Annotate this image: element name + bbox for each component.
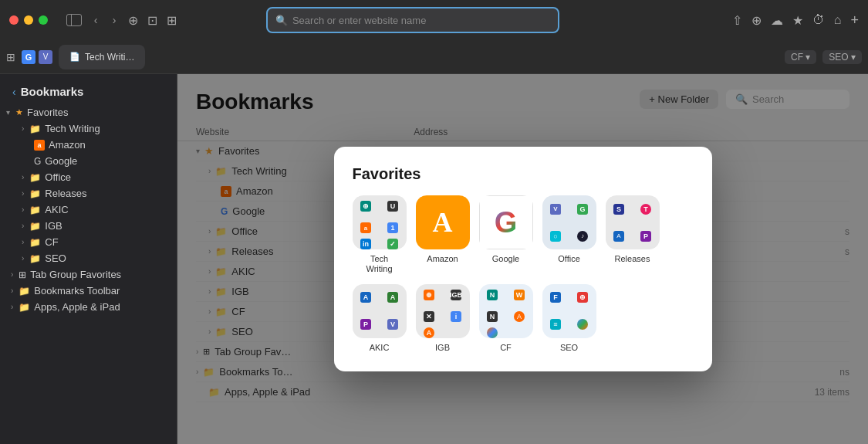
new-tab-button[interactable]: + (850, 12, 859, 29)
sidebar-item-igb[interactable]: › 📁 IGB (0, 218, 177, 234)
sidebar-item-label: Tech Writing (45, 123, 100, 134)
sidebar-back-button[interactable]: ‹ (12, 86, 16, 98)
mini-icon: A (387, 292, 398, 303)
icon-cell: A (606, 222, 633, 249)
sidebar-item-label: SEO (45, 253, 66, 264)
reader-icon[interactable]: ⊡ (147, 13, 157, 28)
fav-item-releases[interactable]: S T A P (606, 195, 660, 274)
sidebar-item-cf[interactable]: › 📁 CF (0, 234, 177, 250)
icon-cell: IGB (443, 284, 470, 306)
fav-icon-amazon: A (416, 195, 470, 249)
sidebar-item-favorites[interactable]: ▾ ★ Favorites (0, 104, 177, 120)
bookmark-icon[interactable]: ⊕ (128, 13, 138, 28)
fav-label: Amazon (427, 254, 458, 264)
url-search-bar[interactable]: 🔍 (266, 7, 559, 33)
icon-cell: A (506, 306, 533, 327)
icon-cell: ✕ (416, 306, 443, 327)
fav-item-cf[interactable]: N W N A (479, 284, 533, 353)
fav-label: SEO (560, 343, 578, 353)
sidebar-item-tab-group-favorites[interactable]: › ⊞ Tab Group Favorites (0, 266, 177, 283)
search-input[interactable] (292, 15, 550, 26)
mini-icon: ⊕ (424, 290, 434, 300)
amazon-bg: A (416, 195, 470, 249)
fav-item-igb[interactable]: ⊕ IGB ✕ i (416, 284, 470, 353)
sidebar-item-releases[interactable]: › 📁 Releases (0, 185, 177, 202)
mini-icon: ○ (550, 231, 561, 242)
fav-icon-google: G (479, 195, 533, 249)
mini-icon: W (514, 290, 525, 300)
icon-cell: U (380, 195, 407, 217)
sidebar-item-amazon[interactable]: a Amazon (0, 137, 177, 153)
sidebar-item-label: Favorites (27, 107, 68, 118)
google-favicon[interactable]: G (22, 50, 35, 64)
icon-cell: ○ (542, 222, 569, 249)
sidebar-item-label: Apps, Apple & iPad (34, 301, 120, 313)
mini-icon: IGB (451, 290, 461, 300)
mini-icon: U (387, 201, 398, 212)
google-bg: G (479, 195, 533, 249)
mini-icon: G (577, 204, 588, 215)
tab-grid-icon[interactable]: ⊞ (6, 51, 15, 63)
fav-item-amazon[interactable]: A Amazon (416, 195, 470, 274)
sidebar-item-apps[interactable]: › 📁 Apps, Apple & iPad (0, 299, 177, 315)
google-icon: G (34, 156, 41, 167)
icon-cell: S (606, 195, 633, 222)
sidebar-toggle-icon[interactable] (66, 14, 82, 26)
forward-button[interactable]: › (106, 12, 122, 28)
sidebar-item-google[interactable]: G Google (0, 153, 177, 169)
fav-icon-akic: A A P V (353, 284, 407, 338)
fav-label: CF (500, 343, 512, 353)
mini-icon: A (514, 311, 525, 322)
amazon-letter: A (433, 206, 453, 239)
cloud-icon[interactable]: ☁ (771, 13, 783, 28)
mini-icon: ⊕ (360, 201, 371, 212)
seo-profile-tag[interactable]: SEO ▾ (822, 50, 862, 64)
fullscreen-button[interactable] (39, 15, 48, 25)
sidebar-item-akic[interactable]: › 📁 AKIC (0, 202, 177, 218)
copy-icon[interactable]: ⊕ (751, 13, 762, 28)
home-icon[interactable]: ⌂ (834, 13, 842, 27)
google-letter: G (495, 206, 518, 239)
active-tab[interactable]: 📄 Tech Writi… (59, 45, 145, 69)
fav-item-seo[interactable]: F ⊕ ≡ (542, 284, 596, 353)
icon-cell: N (479, 306, 506, 327)
folder-icon: 📁 (29, 124, 41, 134)
sidebar-item-tech-writing[interactable]: › 📁 Tech Writing (0, 120, 177, 137)
chevron-right-icon: › (22, 124, 24, 133)
icon-cell: ✓ (380, 239, 407, 249)
fav-item-akic[interactable]: A A P V (353, 284, 407, 353)
fav-item-tech-writing[interactable]: ⊕ U a 1 (353, 195, 407, 274)
mini-icon (577, 319, 588, 330)
fav-label: Google (492, 254, 519, 264)
traffic-lights (9, 15, 48, 25)
icon-cell (479, 327, 506, 338)
mini-icon: ≡ (550, 319, 561, 330)
favorites-grid: ⊕ U a 1 (353, 195, 694, 353)
content-area: Bookmarks + New Folder 🔍 Search Website … (177, 74, 868, 444)
mini-icon: in (360, 239, 371, 249)
back-button[interactable]: ‹ (88, 12, 103, 28)
sidebar-item-office[interactable]: › 📁 Office (0, 169, 177, 185)
share-icon[interactable]: ⇧ (732, 13, 742, 28)
fav-item-office[interactable]: V G ○ ♪ (542, 195, 596, 274)
history-icon[interactable]: ⏱ (812, 13, 825, 27)
close-button[interactable] (9, 15, 19, 25)
folder-icon: 📁 (19, 302, 30, 313)
mini-icon: V (550, 204, 561, 215)
tab-overview-icon[interactable]: ⊞ (167, 13, 177, 28)
cf-profile-tag[interactable]: CF ▾ (785, 50, 816, 64)
fav-item-google[interactable]: G Google (479, 195, 533, 274)
sidebar-item-label: AKIC (45, 204, 68, 215)
sidebar-item-label: Bookmarks Toolbar (34, 285, 120, 297)
sidebar-item-seo[interactable]: › 📁 SEO (0, 250, 177, 266)
chevron-right-icon: › (11, 303, 13, 311)
minimize-button[interactable] (24, 15, 33, 25)
favorites-star-icon[interactable]: ★ (792, 13, 803, 28)
vivaldi-favicon[interactable]: V (39, 50, 52, 64)
sidebar-item-bookmarks-toolbar[interactable]: › 📁 Bookmarks Toolbar (0, 283, 177, 299)
office-grid: V G ○ ♪ (542, 195, 596, 249)
mini-icon: N (487, 311, 498, 322)
sidebar-item-label: Office (45, 171, 71, 183)
chevron-right-icon: › (22, 173, 24, 181)
search-icon: 🔍 (275, 15, 288, 26)
